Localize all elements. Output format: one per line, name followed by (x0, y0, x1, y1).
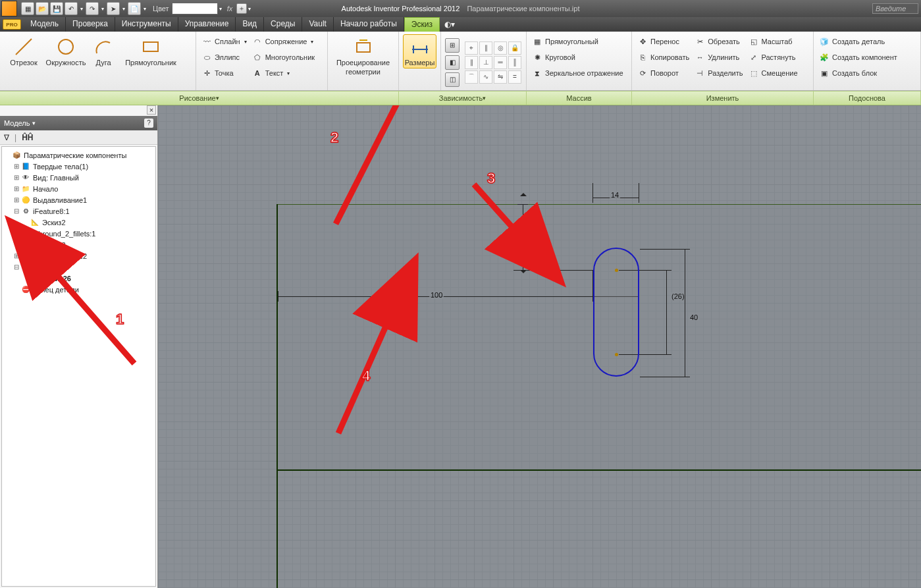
fillet-button[interactable]: ◠Сопряжение▾ (251, 34, 316, 49)
text-button[interactable]: AТекст▾ (251, 66, 316, 80)
group-label-draw[interactable]: Рисование (0, 92, 399, 105)
tree-row[interactable]: ⊞📘Твердые тела(1) (3, 161, 154, 172)
dim-20-line[interactable] (523, 204, 523, 270)
circle-button[interactable]: Окружность (46, 34, 86, 68)
tab-view[interactable]: Вид (236, 17, 264, 32)
circular-array-button[interactable]: ✺Круговой (531, 50, 625, 65)
tree-row[interactable]: 📦Параматрические компоненты (3, 149, 154, 161)
find-icon[interactable]: ĤĤ (22, 133, 33, 142)
qat-undo-dropdown-icon[interactable]: ▾ (79, 2, 84, 15)
tab-inspect[interactable]: Проверка (66, 17, 115, 32)
tree-row[interactable]: ⊟🟡Obround_2_fillets:1 (3, 228, 154, 239)
model-tree[interactable]: 📦Параматрические компоненты⊞📘Твердые тел… (1, 146, 156, 587)
tab-manage[interactable]: Управление (178, 17, 236, 32)
auto-dimension-icon[interactable]: ⊞ (445, 38, 460, 53)
qat-open-icon[interactable]: 📂 (36, 2, 49, 15)
qat-undo-icon[interactable]: ↶ (65, 2, 78, 15)
tree-row[interactable]: ⊞🟡Выдавливание2 (3, 250, 154, 261)
qat-redo-icon[interactable]: ↷ (86, 2, 99, 15)
dim-40-value[interactable]: 40 (689, 313, 699, 321)
panel-dropdown-icon[interactable]: ▾ (32, 120, 36, 126)
qat-plus-icon[interactable]: ＋ (236, 3, 247, 14)
tree-expander-icon[interactable]: ⊟ (13, 263, 20, 271)
arc-button[interactable]: Дуга (88, 34, 118, 68)
symmetric-icon[interactable]: ⇋ (494, 70, 507, 84)
create-block-button[interactable]: ▣Создать блок (818, 66, 899, 80)
split-button[interactable]: ⊣Разделить (693, 66, 744, 80)
copy-button[interactable]: ⎘Копировать (636, 50, 691, 65)
coincident-icon[interactable]: ⌖ (465, 41, 478, 55)
filter-icon[interactable]: ∇ (4, 133, 9, 142)
tab-model[interactable]: Модель (24, 17, 66, 32)
parallel-icon[interactable]: ∥ (465, 56, 478, 69)
tree-expander-icon[interactable]: ⊞ (13, 174, 20, 181)
app-icon[interactable] (1, 1, 17, 16)
dim-26-line[interactable] (666, 270, 667, 354)
collinear-icon[interactable]: ∥ (479, 41, 492, 55)
color-combo[interactable] (172, 3, 218, 14)
qat-doc-icon[interactable]: 📄 (128, 2, 141, 15)
panel-titlebar[interactable]: Модель ▾ ? (0, 116, 157, 130)
rotate-button[interactable]: ⟳Поворот (636, 66, 691, 80)
help-search-input[interactable]: Введите (872, 3, 918, 14)
qat-select-dropdown-icon[interactable]: ▾ (121, 2, 126, 15)
tree-expander-icon[interactable]: ⊞ (13, 252, 20, 259)
tree-expander-icon[interactable]: ⊞ (13, 163, 20, 170)
dim-14-value[interactable]: 14 (610, 191, 620, 199)
ellipse-button[interactable]: ⬭Эллипс (200, 50, 248, 65)
tab-vault[interactable]: Vault (302, 17, 333, 32)
rectangular-array-button[interactable]: ▦Прямоугольный (531, 34, 625, 49)
tree-row[interactable]: ⊟⚙iFeature8:1 (3, 205, 154, 217)
tree-row[interactable]: 📐Эскиз3 (3, 239, 154, 250)
tree-row[interactable]: ⛔Конец детали (3, 284, 154, 295)
tab-sketch[interactable]: Эскиз (404, 17, 440, 32)
tree-expander-icon[interactable]: ⊟ (13, 207, 20, 215)
tab-getstarted[interactable]: Начало работы (334, 17, 404, 32)
equal-icon[interactable]: = (508, 70, 521, 84)
tab-options-icon[interactable]: ◐▾ (440, 17, 460, 32)
center-point-top[interactable] (615, 269, 618, 272)
trim-button[interactable]: ✂Обрезать (693, 34, 744, 49)
mirror-button[interactable]: ⧗Зеркальное отражение (531, 66, 625, 80)
tree-row[interactable]: 📐Эскиз2 (3, 217, 154, 228)
dim-26-value[interactable]: (26) (670, 292, 686, 300)
color-dropdown-icon[interactable]: ▾ (218, 2, 223, 15)
line-button[interactable]: Отрезок (4, 34, 43, 68)
tree-expander-icon[interactable]: ⊟ (13, 230, 20, 237)
perpendicular-icon[interactable]: ⊥ (479, 56, 492, 69)
tree-expander-icon[interactable]: ⊞ (13, 185, 20, 192)
qat-save-icon[interactable]: 💾 (50, 2, 63, 15)
fx-icon[interactable]: fx (227, 5, 233, 13)
obround-sketch[interactable] (593, 248, 639, 377)
tree-row[interactable]: ⊞👁Вид: Главный (3, 172, 154, 183)
tree-row[interactable]: ⊟⬜Paz:1 (3, 261, 154, 273)
horizontal-icon[interactable]: ═ (494, 56, 507, 69)
offset-button[interactable]: ⬚Смещение (747, 66, 799, 80)
rect-button[interactable]: Прямоугольник (121, 34, 180, 68)
tab-tools[interactable]: Инструменты (115, 17, 178, 32)
tree-row[interactable]: ⊞🟡Выдавливание1 (3, 194, 154, 205)
project-geometry-button[interactable]: Проецирование геометрии (332, 34, 394, 78)
spline-button[interactable]: 〰Сплайн▾ (200, 34, 248, 49)
point-button[interactable]: ✛Точка (200, 66, 248, 80)
create-component-button[interactable]: 🧩Создать компонент (818, 50, 899, 65)
scale-button[interactable]: ◱Масштаб (747, 34, 799, 49)
pro-badge-icon[interactable]: PRO (3, 19, 21, 30)
dim-40-line[interactable] (685, 249, 685, 377)
stretch-button[interactable]: ⤢Растянуть (747, 50, 799, 65)
show-constraints-icon[interactable]: ◧ (445, 55, 460, 70)
dim-100-value[interactable]: 100 (429, 291, 444, 299)
panel-close-icon[interactable]: × (147, 105, 156, 115)
qat-select-icon[interactable]: ➤ (107, 2, 120, 15)
move-button[interactable]: ✥Перенос (636, 34, 691, 49)
fix-icon[interactable]: 🔒 (508, 41, 521, 55)
tree-row[interactable]: ⊞📁Начало (3, 183, 154, 194)
smooth-icon[interactable]: ∿ (479, 70, 492, 84)
vertical-icon[interactable]: ║ (508, 56, 521, 69)
polygon-button[interactable]: ⬠Многоугольник (251, 50, 316, 65)
tree-row[interactable]: 📐Эскиз26 (3, 273, 154, 284)
qat-redo-dropdown-icon[interactable]: ▾ (100, 2, 105, 15)
create-part-button[interactable]: 🧊Создать деталь (818, 34, 899, 49)
tree-expander-icon[interactable]: ⊞ (13, 196, 20, 203)
qat-new-icon[interactable]: ▦ (21, 2, 34, 15)
